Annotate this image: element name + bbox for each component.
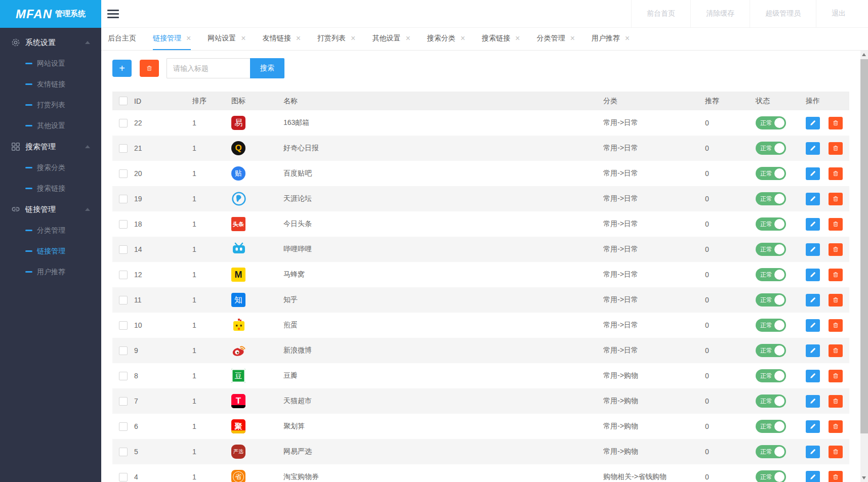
delete-button[interactable] [829, 319, 843, 332]
vertical-scrollbar[interactable] [860, 51, 868, 482]
delete-button[interactable] [829, 294, 843, 306]
topnav-item-logout[interactable]: 退出 [816, 0, 861, 27]
delete-button[interactable] [829, 446, 843, 458]
status-toggle[interactable]: 正常 [756, 470, 786, 482]
row-checkbox[interactable] [119, 144, 128, 153]
tab-site-settings[interactable]: 网站设置 × [208, 28, 245, 50]
tab-close-icon[interactable]: × [241, 34, 245, 42]
tab-close-icon[interactable]: × [351, 34, 355, 42]
tab-search-categories[interactable]: 搜索分类 × [427, 28, 465, 50]
sidebar-item-other-settings[interactable]: 其他设置 [0, 115, 101, 136]
edit-button[interactable] [806, 370, 820, 382]
batch-delete-button[interactable] [140, 60, 159, 77]
edit-button[interactable] [806, 446, 820, 458]
row-checkbox[interactable] [119, 397, 128, 406]
collapse-arrow-icon[interactable] [85, 41, 90, 44]
topnav-item-clear-cache[interactable]: 清除缓存 [690, 0, 750, 27]
status-toggle[interactable]: 正常 [756, 344, 786, 357]
row-checkbox[interactable] [119, 245, 128, 254]
tab-friend-links[interactable]: 友情链接 × [263, 28, 301, 50]
edit-button[interactable] [806, 420, 820, 433]
edit-button[interactable] [806, 294, 820, 306]
tab-reward-list[interactable]: 打赏列表 × [317, 28, 355, 50]
status-toggle[interactable]: 正常 [756, 243, 786, 256]
status-toggle[interactable]: 正常 [756, 192, 786, 205]
collapse-arrow-icon[interactable] [85, 145, 90, 148]
row-checkbox[interactable] [119, 422, 128, 431]
topnav-item-front-home[interactable]: 前台首页 [631, 0, 690, 27]
sidebar-item-friend-links[interactable]: 友情链接 [0, 74, 101, 95]
sidebar-item-search-links[interactable]: 搜索链接 [0, 178, 101, 199]
collapse-arrow-icon[interactable] [85, 208, 90, 211]
tab-close-icon[interactable]: × [570, 34, 574, 42]
scrollbar-thumb[interactable] [860, 59, 868, 433]
scroll-up-icon[interactable] [862, 53, 866, 56]
sidebar-item-search-categories[interactable]: 搜索分类 [0, 157, 101, 178]
edit-button[interactable] [806, 218, 820, 231]
tab-search-links[interactable]: 搜索链接 × [482, 28, 520, 50]
status-toggle[interactable]: 正常 [756, 268, 786, 281]
delete-button[interactable] [829, 142, 843, 155]
delete-button[interactable] [829, 243, 843, 256]
row-checkbox[interactable] [119, 448, 128, 456]
delete-button[interactable] [829, 471, 843, 482]
row-checkbox[interactable] [119, 271, 128, 279]
row-checkbox[interactable] [119, 346, 128, 355]
add-button[interactable]: + [112, 60, 132, 77]
status-toggle[interactable]: 正常 [756, 293, 786, 306]
select-all-checkbox[interactable] [119, 97, 128, 105]
edit-button[interactable] [806, 167, 820, 180]
tab-close-icon[interactable]: × [186, 34, 191, 42]
status-toggle[interactable]: 正常 [756, 217, 786, 231]
edit-button[interactable] [806, 117, 820, 129]
row-checkbox[interactable] [119, 473, 128, 481]
tab-category-management[interactable]: 分类管理 × [536, 28, 574, 50]
row-checkbox[interactable] [119, 119, 128, 127]
row-checkbox[interactable] [119, 321, 128, 330]
sidebar-item-user-recommend[interactable]: 用户推荐 [0, 261, 101, 282]
tab-close-icon[interactable]: × [515, 34, 520, 42]
sidebar-item-reward-list[interactable]: 打赏列表 [0, 95, 101, 115]
status-toggle[interactable]: 正常 [756, 167, 786, 180]
delete-button[interactable] [829, 420, 843, 433]
sidebar-section-search-management[interactable]: 搜索管理 [0, 136, 101, 157]
status-toggle[interactable]: 正常 [756, 369, 786, 382]
status-toggle[interactable]: 正常 [756, 445, 786, 458]
tab-close-icon[interactable]: × [461, 34, 465, 42]
delete-button[interactable] [829, 193, 843, 205]
delete-button[interactable] [829, 370, 843, 382]
edit-button[interactable] [806, 142, 820, 155]
row-checkbox[interactable] [119, 195, 128, 203]
edit-button[interactable] [806, 269, 820, 281]
tab-link-management[interactable]: 链接管理 × [153, 28, 191, 50]
delete-button[interactable] [829, 167, 843, 180]
delete-button[interactable] [829, 117, 843, 129]
status-toggle[interactable]: 正常 [756, 420, 786, 433]
edit-button[interactable] [806, 243, 820, 256]
search-input[interactable] [167, 58, 250, 78]
row-checkbox[interactable] [119, 296, 128, 304]
delete-button[interactable] [829, 218, 843, 231]
delete-button[interactable] [829, 395, 843, 408]
row-checkbox[interactable] [119, 372, 128, 380]
status-toggle[interactable]: 正常 [756, 319, 786, 332]
sidebar-section-link-management[interactable]: 链接管理 [0, 199, 101, 220]
tab-other-settings[interactable]: 其他设置 × [372, 28, 410, 50]
edit-button[interactable] [806, 319, 820, 332]
scroll-down-icon[interactable] [862, 476, 866, 479]
tab-close-icon[interactable]: × [625, 34, 630, 42]
status-toggle[interactable]: 正常 [756, 116, 786, 129]
sidebar-item-site-settings[interactable]: 网站设置 [0, 53, 101, 74]
menu-toggle-icon[interactable] [107, 10, 119, 18]
row-checkbox[interactable] [119, 169, 128, 178]
edit-button[interactable] [806, 193, 820, 205]
delete-button[interactable] [829, 344, 843, 357]
edit-button[interactable] [806, 395, 820, 408]
tab-close-icon[interactable]: × [296, 34, 301, 42]
row-checkbox[interactable] [119, 220, 128, 229]
tab-close-icon[interactable]: × [405, 34, 410, 42]
tab-user-recommend[interactable]: 用户推荐 × [592, 28, 630, 50]
edit-button[interactable] [806, 471, 820, 482]
sidebar-section-system-settings[interactable]: 系统设置 [0, 32, 101, 53]
sidebar-item-category-management[interactable]: 分类管理 [0, 220, 101, 241]
